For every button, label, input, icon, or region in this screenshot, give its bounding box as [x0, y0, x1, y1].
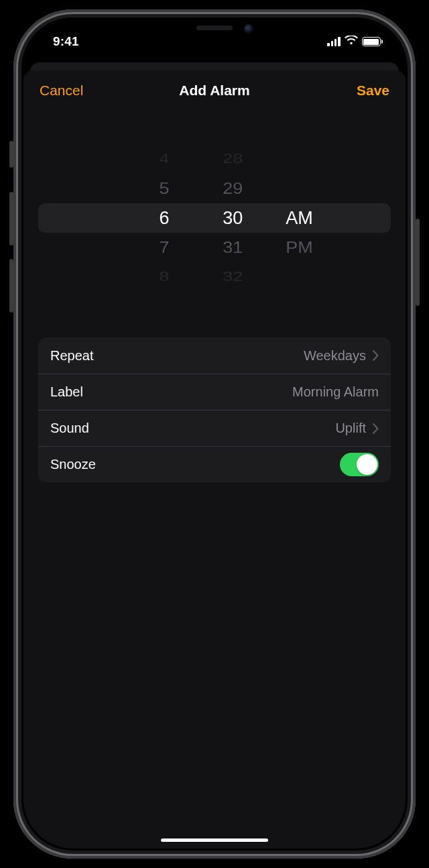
save-button[interactable]: Save	[355, 78, 391, 103]
repeat-value: Weekdays	[304, 348, 366, 364]
nav-bar: Add Alarm Cancel Save	[23, 70, 406, 111]
sound-value: Uplift	[335, 421, 366, 436]
time-picker[interactable]: 2345678910 262728293031323334 AMPM	[38, 117, 391, 319]
minute-option[interactable]: 27	[193, 121, 271, 138]
phone-frame: 9:41	[13, 9, 416, 859]
toggle-thumb	[357, 454, 377, 475]
minute-option[interactable]: 28	[193, 148, 271, 170]
minute-option[interactable]: 31	[193, 235, 271, 260]
label-label: Label	[50, 384, 292, 400]
chevron-right-icon	[373, 423, 379, 434]
minute-option[interactable]: 33	[193, 298, 271, 315]
wifi-icon	[345, 36, 358, 48]
snooze-label: Snooze	[50, 457, 340, 472]
minute-option[interactable]: 32	[193, 266, 271, 288]
repeat-row[interactable]: Repeat Weekdays	[38, 337, 391, 374]
battery-icon	[362, 37, 383, 46]
snooze-toggle[interactable]	[340, 453, 379, 476]
chevron-right-icon	[373, 350, 379, 361]
minute-picker[interactable]: 262728293031323334	[193, 117, 271, 319]
hour-option[interactable]: 7	[38, 235, 193, 260]
power-button[interactable]	[416, 219, 420, 306]
hour-option[interactable]: 4	[38, 148, 193, 170]
alarm-settings-list: Repeat Weekdays Label Morning Alarm Soun…	[38, 337, 391, 482]
cancel-button[interactable]: Cancel	[38, 78, 84, 103]
repeat-label: Repeat	[50, 348, 304, 364]
ampm-option[interactable]: PM	[271, 235, 391, 260]
label-value: Morning Alarm	[292, 384, 379, 400]
ampm-option[interactable]: AM	[271, 203, 391, 233]
status-right	[327, 36, 383, 48]
hour-option[interactable]: 5	[38, 176, 193, 201]
hour-option[interactable]: 3	[38, 121, 193, 138]
home-indicator[interactable]	[161, 838, 268, 843]
hour-option[interactable]: 8	[38, 266, 193, 288]
hour-picker[interactable]: 2345678910	[38, 117, 193, 319]
speaker-grille	[196, 25, 233, 30]
label-row[interactable]: Label Morning Alarm	[38, 374, 391, 410]
hour-option[interactable]: 6	[38, 203, 193, 233]
snooze-row: Snooze	[38, 446, 391, 482]
sound-label: Sound	[50, 421, 335, 436]
minute-option[interactable]: 30	[193, 203, 271, 233]
add-alarm-sheet: Add Alarm Cancel Save 2345678910 2627282…	[23, 70, 406, 849]
notch	[147, 19, 282, 43]
front-camera	[244, 24, 253, 34]
hour-option[interactable]: 9	[38, 298, 193, 315]
sound-row[interactable]: Sound Uplift	[38, 410, 391, 446]
cellular-icon	[327, 37, 340, 46]
screen: 9:41	[23, 19, 406, 849]
ampm-picker[interactable]: AMPM	[271, 117, 391, 319]
minute-option[interactable]: 29	[193, 176, 271, 201]
